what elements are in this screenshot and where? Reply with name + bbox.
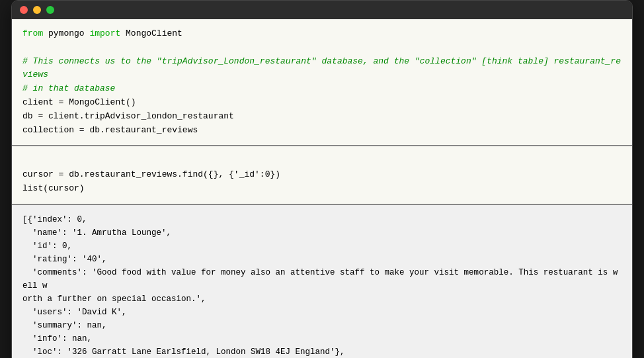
- output-line-3: 'id': 0,: [22, 240, 622, 253]
- output-block: [{'index': 0, 'name': '1. Amrutha Lounge…: [12, 205, 632, 358]
- output-line-5: 'comments': 'Good food with value for mo…: [22, 266, 622, 292]
- output-line-6: orth a further on special occasion.',: [22, 292, 622, 306]
- title-bar: [12, 1, 632, 19]
- close-button[interactable]: [20, 6, 28, 14]
- code-line-collection: collection = db.restaurant_reviews: [22, 124, 622, 138]
- code-line-list: list(cursor): [22, 182, 622, 196]
- code-line-client: client = MongoClient(): [22, 96, 622, 110]
- output-line-1: [{'index': 0,: [22, 213, 622, 226]
- code-line-cursor: cursor = db.restaurant_reviews.find({}, …: [22, 168, 622, 182]
- code-line-blank: [22, 41, 622, 55]
- output-line-4: 'rating': '40',: [22, 253, 622, 266]
- code-line-blank-2: [22, 154, 622, 168]
- code-line: from pymongo import MongoClient: [22, 27, 622, 41]
- comment-line-2: # in that database: [22, 82, 622, 96]
- maximize-button[interactable]: [46, 6, 54, 14]
- code-block-1[interactable]: from pymongo import MongoClient # This c…: [12, 19, 632, 146]
- editor-window: from pymongo import MongoClient # This c…: [11, 0, 633, 358]
- output-line-7: 'users': 'David K',: [22, 306, 622, 319]
- output-line-10: 'loc': '326 Garratt Lane Earlsfield, Lon…: [22, 345, 622, 358]
- code-line-db: db = client.tripAdvisor_london_restauran…: [22, 110, 622, 124]
- output-line-9: 'info': nan,: [22, 332, 622, 345]
- output-line-2: 'name': '1. Amrutha Lounge',: [22, 226, 622, 240]
- code-block-2[interactable]: cursor = db.restaurant_reviews.find({}, …: [12, 146, 632, 204]
- output-line-8: 'summary': nan,: [22, 319, 622, 332]
- minimize-button[interactable]: [33, 6, 41, 14]
- comment-line-1: # This connects us to the "tripAdvisor_L…: [22, 55, 622, 83]
